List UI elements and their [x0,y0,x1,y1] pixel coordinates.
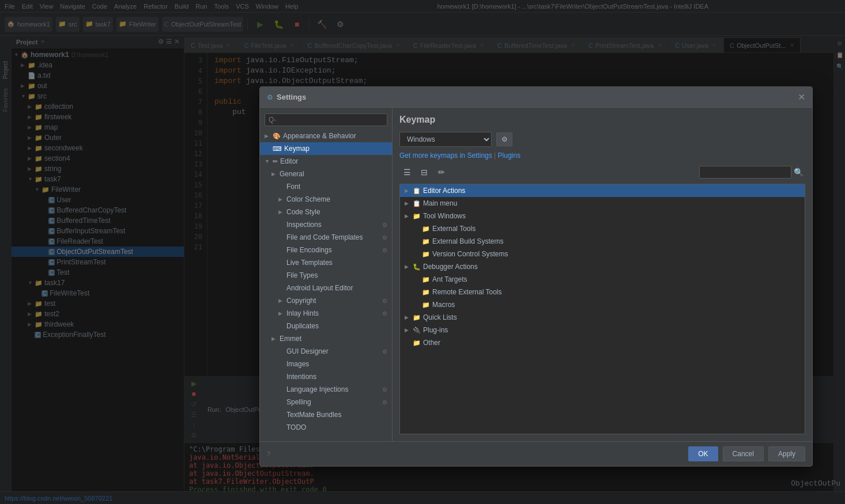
keymap-row-plugins-arrow: ▶ [405,327,413,333]
keymap-row-plugins[interactable]: ▶ 🔌 Plug-ins [400,324,805,336]
apply-button[interactable]: Apply [768,446,805,461]
keymap-row-external-tools-label: External Tools [432,225,800,233]
nav-todo[interactable]: TODO [260,421,392,434]
keymap-row-arrow: ▶ [405,188,413,194]
keymap-row-ant-targets[interactable]: 📁 Ant Targets [400,273,805,286]
dialog-overlay: ⚙ Settings ✕ ▶ 🎨 Appearance & Behavior ⌨… [0,0,845,504]
keymap-header: Keymap [399,115,805,125]
settings-nav: ▶ 🎨 Appearance & Behavior ⌨ Keymap ▼ ✏ E… [260,108,393,441]
keymap-row-editor-actions-icon: 📋 [413,187,421,195]
keymap-search-input[interactable] [699,166,791,179]
nav-colorscheme-label: Color Scheme [286,195,330,203]
settings-icon: ⚙ [267,93,273,101]
settings-search-area [260,110,392,130]
nav-editor[interactable]: ▼ ✏ Editor [260,155,392,168]
nav-inspections[interactable]: Inspections [260,218,392,231]
nav-filetypes[interactable]: File Types [260,269,392,282]
keymap-row-tool-windows-label: Tool Windows [423,212,800,220]
keymap-row-ant-targets-icon: 📁 [422,276,430,283]
keymap-edit-btn[interactable]: ✏ [434,165,449,179]
keymap-collapse-all-btn[interactable]: ⊟ [417,165,432,179]
nav-colorscheme[interactable]: ▶ Color Scheme [260,193,392,206]
nav-inlayhints[interactable]: ▶ Inlay Hints [260,307,392,320]
keymap-settings-link[interactable]: Get more keymaps in Settings [399,151,492,160]
keymap-search-button[interactable]: 🔍 [791,165,805,179]
keymap-row-external-build-label: External Build Systems [432,237,800,245]
nav-editor-icon: ✏ [273,158,278,165]
nav-intentions-label: Intentions [286,373,316,381]
keymap-row-external-tools[interactable]: 📁 External Tools [400,222,805,235]
keymap-row-tool-windows[interactable]: ▶ 📁 Tool Windows [400,210,805,222]
settings-content: Keymap Windows ⚙ Get more keymaps in Set… [393,108,812,441]
keymap-row-macros[interactable]: 📁 Macros [400,298,805,311]
cancel-button[interactable]: Cancel [723,446,764,461]
nav-spelling-label: Spelling [286,398,311,406]
keymap-row-editor-actions[interactable]: ▶ 📋 Editor Actions [400,184,805,197]
keymap-title: Keymap [399,115,435,125]
nav-copyright-label: Copyright [286,297,316,305]
keymap-dropdown[interactable]: Windows [399,132,492,147]
dialog-title-bar: ⚙ Settings ✕ [260,87,812,108]
nav-appearance-arrow: ▶ [265,133,273,139]
nav-guidesigner-label: GUI Designer [286,347,329,355]
nav-todo-label: TODO [286,423,306,431]
nav-codestyle-arrow: ▶ [278,209,286,215]
keymap-row-external-build[interactable]: 📁 External Build Systems [400,235,805,248]
nav-inspections-label: Inspections [286,221,322,229]
keymap-row-other-label: Other [423,339,800,347]
keymap-row-remote-tools-label: Remote External Tools [432,288,800,296]
nav-general[interactable]: ▶ General [260,168,392,180]
nav-font-label: Font [286,183,300,191]
nav-keymap[interactable]: ⌨ Keymap [260,142,392,155]
nav-codestyle[interactable]: ▶ Code Style [260,206,392,218]
nav-androidlayout[interactable]: Android Layout Editor [260,282,392,294]
keymap-row-main-menu[interactable]: ▶ 📋 Main menu [400,197,805,210]
keymap-row-editor-actions-label: Editor Actions [423,187,800,195]
nav-guidesigner[interactable]: GUI Designer [260,345,392,358]
nav-androidlayout-label: Android Layout Editor [286,284,353,292]
nav-emmet[interactable]: ▶ Emmet [260,332,392,345]
keymap-row-debugger[interactable]: ▶ 🐛 Debugger Actions [400,260,805,273]
keymap-row-debugger-label: Debugger Actions [423,263,800,271]
keymap-row-remote-tools-icon: 📁 [422,289,430,296]
nav-intentions[interactable]: Intentions [260,370,392,383]
keymap-row-other[interactable]: 📁 Other [400,336,805,349]
keymap-row-remote-tools[interactable]: 📁 Remote External Tools [400,286,805,298]
keymap-row-quick-lists-arrow: ▶ [405,314,413,320]
nav-filecodetemplates-label: File and Code Templates [286,233,363,241]
nav-appearance-label: Appearance & Behavior [283,132,356,140]
nav-spelling[interactable]: Spelling [260,396,392,408]
keymap-settings-button[interactable]: ⚙ [496,132,512,146]
keymap-row-macros-icon: 📁 [422,301,430,309]
keymap-row-macros-label: Macros [432,301,800,309]
nav-appearance[interactable]: ▶ 🎨 Appearance & Behavior [260,130,392,142]
nav-langinjections[interactable]: Language Injections [260,383,392,396]
keymap-row-tool-windows-icon: 📁 [413,213,421,220]
nav-inlayhints-label: Inlay Hints [286,309,319,317]
keymap-expand-all-btn[interactable]: ☰ [399,165,414,179]
ok-button[interactable]: OK [688,446,718,461]
nav-duplicates[interactable]: Duplicates [260,320,392,332]
keymap-row-vcs[interactable]: 📁 Version Control Systems [400,248,805,260]
settings-search-input[interactable] [265,113,387,126]
nav-font[interactable]: Font [260,180,392,193]
nav-duplicates-label: Duplicates [286,322,319,330]
keymap-tree[interactable]: ▶ 📋 Editor Actions ▶ 📋 Main menu ▶ 📁 Too… [399,184,805,434]
nav-images[interactable]: Images [260,358,392,370]
nav-filecodetemplates[interactable]: File and Code Templates [260,231,392,244]
nav-fileencodings[interactable]: File Encodings [260,244,392,256]
nav-emmet-label: Emmet [280,335,301,343]
nav-codestyle-label: Code Style [286,208,320,216]
nav-livetemplates[interactable]: Live Templates [260,256,392,269]
nav-textmate[interactable]: TextMate Bundles [260,408,392,421]
dialog-title: Settings [277,93,798,101]
nav-general-arrow: ▶ [271,171,280,177]
nav-copyright[interactable]: ▶ Copyright [260,294,392,307]
keymap-plugins-link[interactable]: Plugins [498,151,520,160]
keymap-row-plugins-icon: 🔌 [413,327,421,334]
nav-langinjections-label: Language Injections [286,385,348,393]
dialog-close-button[interactable]: ✕ [798,92,805,103]
keymap-row-quick-lists[interactable]: ▶ 📁 Quick Lists [400,311,805,324]
keymap-row-quick-lists-icon: 📁 [413,314,421,321]
keymap-row-main-menu-arrow: ▶ [405,200,413,206]
